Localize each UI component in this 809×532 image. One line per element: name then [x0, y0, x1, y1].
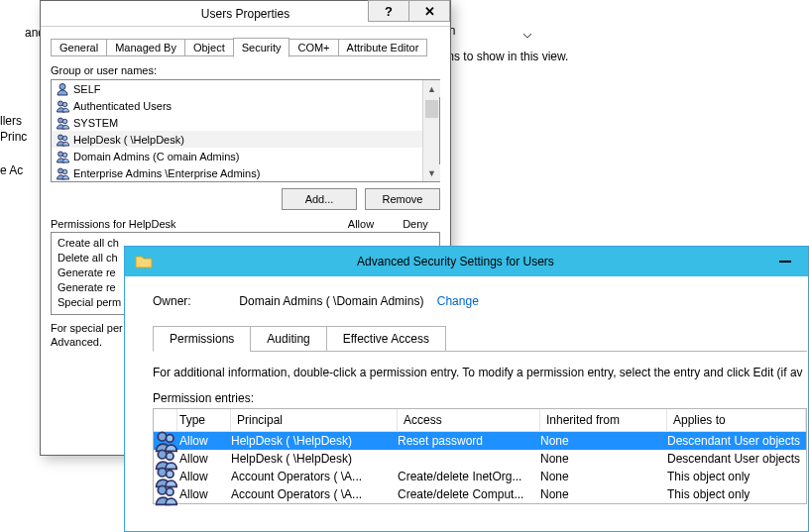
permissions-for-label: Permissions for HelpDesk [51, 218, 331, 230]
list-item[interactable]: SYSTEM [52, 114, 422, 131]
table-row[interactable]: AllowHelpDesk ( \HelpDesk)Reset password… [154, 432, 806, 450]
table-row[interactable]: AllowHelpDesk ( \HelpDesk)NoneDescendant… [154, 450, 806, 468]
cell-applies: This object only [667, 487, 806, 501]
permission-entries-grid[interactable]: Type Principal Access Inherited from App… [153, 408, 807, 504]
person-icon [56, 82, 69, 96]
owner-value: Domain Admins ( \Domain Admins) [239, 294, 423, 308]
owner-label: Owner: [153, 294, 236, 308]
adv-titlebar[interactable]: Advanced Security Settings for Users [125, 247, 808, 276]
col-access[interactable]: Access [398, 409, 540, 431]
cell-type: Allow [177, 487, 231, 501]
list-item[interactable]: Domain Admins (C omain Admins) [52, 148, 422, 164]
advanced-security-window: Advanced Security Settings for Users Own… [124, 246, 809, 532]
group-icon [56, 116, 69, 130]
svg-point-0 [59, 83, 65, 89]
scrollbar[interactable]: ▲ ▼ [422, 80, 439, 181]
table-row[interactable]: AllowAccount Operators ( \A...Create/del… [154, 468, 806, 485]
cell-access: Create/delete InetOrg... [398, 470, 540, 483]
scroll-up-icon[interactable]: ▲ [423, 80, 440, 97]
table-row[interactable]: AllowAccount Operators ( \A...Create/del… [154, 485, 806, 503]
col-inherited[interactable]: Inherited from [540, 409, 667, 431]
group-label: Group or user names: [51, 64, 440, 76]
svg-point-10 [62, 169, 66, 173]
svg-point-13 [158, 450, 167, 459]
list-item-label: Enterprise Admins \Enterprise Admins) [73, 167, 260, 179]
svg-point-3 [58, 118, 63, 123]
tab-security[interactable]: Security [233, 38, 290, 57]
list-item-label: Domain Admins (C omain Admins) [73, 151, 240, 162]
list-item-label: SELF [73, 83, 101, 95]
dialog-titlebar[interactable]: Users Properties ? ✕ [41, 1, 450, 27]
change-owner-link[interactable]: Change [437, 294, 479, 308]
cell-access: Create/delete Comput... [398, 487, 540, 501]
cell-inherited: None [540, 452, 667, 466]
cell-applies: Descendant User objects [667, 434, 806, 448]
svg-point-8 [62, 153, 66, 157]
svg-point-17 [158, 485, 167, 494]
tab-managedby[interactable]: Managed By [106, 39, 185, 56]
adv-tab-permissions[interactable]: Permissions [153, 326, 251, 352]
list-item-label: HelpDesk ( \HelpDesk) [73, 134, 184, 146]
adv-tab-effective[interactable]: Effective Access [326, 326, 446, 352]
cell-principal: HelpDesk ( \HelpDesk) [231, 452, 398, 466]
adv-tab-auditing[interactable]: Auditing [250, 326, 326, 352]
list-item[interactable]: SELF [52, 80, 422, 97]
dialog-close-button[interactable]: ✕ [408, 0, 450, 22]
chevron-down-icon[interactable] [523, 28, 531, 42]
list-item-label: SYSTEM [73, 117, 118, 129]
add-button[interactable]: Add... [282, 188, 357, 210]
dialog-help-button[interactable]: ? [368, 0, 409, 22]
scroll-thumb[interactable] [425, 100, 438, 118]
list-item[interactable]: HelpDesk ( \HelpDesk) [52, 131, 422, 148]
cell-type: Allow [177, 470, 231, 483]
col-allow: Allow [331, 218, 391, 230]
cell-principal: HelpDesk ( \HelpDesk) [231, 434, 398, 448]
cell-type: Allow [177, 452, 231, 466]
grid-header[interactable]: Type Principal Access Inherited from App… [154, 409, 806, 432]
svg-point-1 [58, 101, 63, 106]
cell-principal: Account Operators ( \A... [231, 470, 398, 483]
minimize-button[interactable] [762, 247, 808, 276]
group-icon [56, 133, 69, 147]
bg-noitems: ms to show in this view. [444, 50, 568, 63]
svg-point-2 [62, 102, 66, 106]
list-item-label: Authenticated Users [73, 100, 172, 112]
svg-point-18 [167, 488, 174, 496]
adv-note: For additional information, double-click… [153, 366, 808, 379]
group-icon [56, 99, 69, 113]
svg-point-16 [167, 471, 174, 479]
list-item[interactable]: Authenticated Users [52, 97, 422, 114]
group-icon [154, 482, 177, 506]
col-principal[interactable]: Principal [231, 409, 398, 431]
tab-attributeeditor[interactable]: Attribute Editor [338, 39, 428, 56]
bg-text: Princ [0, 130, 27, 144]
cell-inherited: None [540, 487, 667, 501]
tab-complus[interactable]: COM+ [289, 39, 338, 56]
entries-label: Permission entries: [153, 391, 808, 405]
remove-button[interactable]: Remove [365, 188, 440, 210]
tab-general[interactable]: General [51, 39, 107, 56]
cell-principal: Account Operators ( \A... [231, 487, 398, 501]
cell-type: Allow [177, 434, 231, 448]
cell-inherited: None [540, 470, 667, 483]
svg-point-11 [158, 432, 167, 441]
group-icon [56, 166, 69, 180]
folder-icon [135, 254, 153, 269]
adv-title: Advanced Security Settings for Users [163, 255, 808, 268]
col-applies[interactable]: Applies to [667, 409, 806, 431]
tab-strip: General Managed By Object Security COM+ … [51, 35, 440, 56]
scroll-down-icon[interactable]: ▼ [423, 164, 440, 181]
group-listbox[interactable]: SELFAuthenticated UsersSYSTEMHelpDesk ( … [51, 79, 440, 182]
cell-inherited: None [540, 434, 667, 448]
col-type[interactable]: Type [177, 409, 231, 431]
svg-point-9 [58, 168, 63, 173]
svg-point-6 [62, 136, 66, 140]
cell-access: Reset password [398, 434, 540, 448]
cell-applies: Descendant User objects [667, 452, 806, 466]
svg-point-15 [158, 468, 167, 477]
svg-point-14 [167, 453, 174, 461]
svg-point-4 [62, 119, 66, 123]
tab-object[interactable]: Object [184, 39, 234, 56]
cell-applies: This object only [667, 470, 806, 483]
list-item[interactable]: Enterprise Admins \Enterprise Admins) [52, 164, 422, 181]
